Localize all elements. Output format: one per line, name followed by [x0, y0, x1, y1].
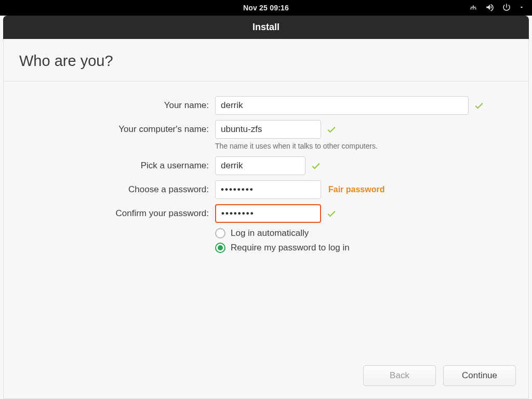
volume-icon[interactable]	[485, 3, 495, 14]
user-form: Your name: Your computer's name: The nam…	[4, 82, 528, 253]
chevron-down-icon[interactable]	[518, 4, 525, 12]
radio-auto-login[interactable]: Log in automatically	[215, 228, 528, 238]
network-icon[interactable]	[469, 3, 478, 14]
label-username: Pick a username:	[4, 161, 209, 171]
check-icon	[474, 100, 484, 111]
username-input[interactable]	[215, 156, 305, 175]
row-confirm: Confirm your password:	[4, 204, 528, 223]
back-button[interactable]: Back	[363, 365, 436, 386]
row-password: Choose a password: Fair password	[4, 180, 528, 199]
power-icon[interactable]	[502, 3, 511, 14]
clock-label: Nov 25 09:16	[243, 4, 289, 12]
name-input[interactable]	[215, 96, 469, 115]
login-options: Log in automatically Require my password…	[215, 228, 528, 253]
continue-button[interactable]: Continue	[443, 365, 516, 386]
check-icon	[326, 124, 337, 135]
computer-name-input[interactable]	[215, 120, 321, 139]
label-name: Your name:	[4, 100, 209, 111]
check-icon	[326, 208, 337, 219]
confirm-password-input[interactable]	[215, 204, 321, 223]
radio-require-password[interactable]: Require my password to log in	[215, 243, 528, 253]
label-password: Choose a password:	[4, 184, 209, 195]
page-title: Who are you?	[4, 39, 528, 82]
label-computer: Your computer's name:	[4, 124, 209, 135]
row-username: Pick a username:	[4, 156, 528, 175]
radio-icon	[215, 228, 225, 238]
radio-icon	[215, 243, 225, 253]
row-computer: Your computer's name:	[4, 120, 528, 139]
row-name: Your name:	[4, 96, 528, 115]
computer-hint: The name it uses when it talks to other …	[215, 142, 528, 150]
system-topbar: Nov 25 09:16	[0, 0, 532, 16]
check-icon	[311, 161, 321, 171]
installer-page: Who are you? Your name: Your computer's …	[3, 39, 529, 399]
window-title: Install	[252, 22, 280, 33]
window-titlebar: Install	[3, 16, 529, 39]
system-indicators[interactable]	[469, 0, 525, 16]
label-confirm: Confirm your password:	[4, 208, 209, 219]
footer-buttons: Back Continue	[363, 365, 516, 386]
radio-label-auto: Log in automatically	[231, 228, 309, 238]
password-strength: Fair password	[328, 185, 384, 194]
radio-label-require: Require my password to log in	[231, 243, 350, 253]
password-input[interactable]	[215, 180, 321, 199]
